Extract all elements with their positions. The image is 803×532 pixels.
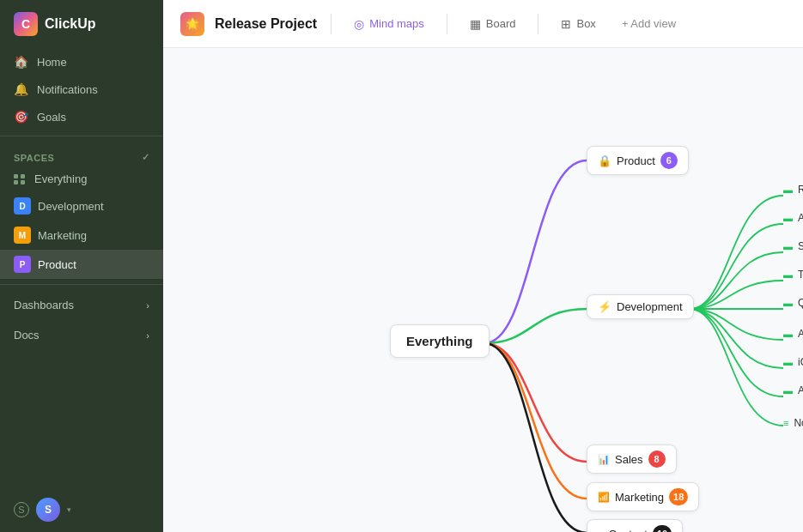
check-icon: ✓ (142, 152, 150, 163)
sidebar-item-development[interactable]: D Development (0, 191, 163, 221)
folder-icon: ▬ (783, 385, 793, 396)
bell-icon: 🔔 (14, 82, 28, 96)
topbar-divider3 (538, 14, 538, 34)
user-avatar: S (36, 498, 60, 522)
tab-label: Mind maps (369, 17, 424, 30)
tab-mindmaps[interactable]: ◎ Mind maps (345, 12, 433, 36)
sidebar-item-label: Notifications (37, 83, 98, 96)
leaf-label: Sprints (798, 240, 803, 252)
development-avatar: D (14, 197, 31, 215)
development-node[interactable]: ⚡ Development (587, 294, 694, 319)
notes-node[interactable]: ≡ Notes 3 (783, 414, 803, 432)
sidebar-item-everything[interactable]: Everything (0, 166, 163, 191)
folder-icon: ▬ (783, 298, 793, 308)
spaces-section: Spaces ✓ (0, 142, 163, 166)
product-avatar: P (14, 256, 31, 273)
sales-icon: 📊 (598, 454, 610, 465)
topbar-divider2 (447, 14, 447, 34)
sidebar-item-marketing[interactable]: M Marketing (0, 221, 163, 250)
notes-icon: ≡ (783, 418, 788, 428)
node-label: Product (617, 154, 655, 167)
marketing-badge: 18 (669, 488, 688, 505)
sidebar: C ClickUp 🏠 Home 🔔 Notifications 🎯 Goals… (0, 0, 163, 532)
sidebar-item-docs[interactable]: Docs › (0, 320, 163, 350)
roadmap-node[interactable]: ▬ Roadmap 11 (783, 181, 803, 198)
android-node[interactable]: ▬ Android 4 (783, 382, 803, 399)
node-label: Development (617, 300, 683, 313)
node-label: Content (608, 528, 648, 533)
dropdown-icon: ▾ (67, 505, 71, 514)
marketing-node[interactable]: 📶 Marketing 18 (587, 482, 699, 511)
dashboards-label: Dashboards (14, 299, 74, 311)
sales-badge: 8 (648, 450, 666, 468)
leaf-label: Roadmap (798, 184, 803, 196)
sidebar-item-home[interactable]: 🏠 Home (0, 48, 163, 76)
topbar-divider (331, 14, 332, 34)
sprints-node[interactable]: ▬ Sprints 11 (783, 238, 803, 255)
home-icon: 🏠 (14, 55, 28, 69)
chevron-right-icon: › (146, 330, 149, 341)
project-icon: 🌟 (180, 12, 204, 36)
leaf-label: Automation (798, 212, 803, 224)
spaces-list: Everything D Development M Marketing P P… (0, 166, 163, 279)
leaf-label: Tooling (798, 269, 803, 281)
board-tab-icon: ▦ (470, 17, 481, 31)
app-logo[interactable]: C ClickUp (0, 0, 163, 48)
leaf-label: Android (798, 384, 803, 396)
tooling-node[interactable]: ▬ Tooling 5 (783, 266, 803, 283)
tab-box[interactable]: ⊞ Box (552, 12, 604, 36)
lightning-icon: ⚡ (598, 300, 611, 313)
space-label: Marketing (38, 229, 87, 242)
sales-node[interactable]: 📊 Sales 8 (587, 444, 677, 474)
folder-icon: ▬ (783, 241, 793, 251)
logo-icon: C (14, 12, 38, 36)
content-node[interactable]: ≡ Content 10 (587, 519, 683, 532)
root-node[interactable]: Everything (390, 324, 490, 358)
leaf-label: Analytics (798, 328, 803, 340)
ios-node[interactable]: ▬ iOS 1 (783, 354, 803, 371)
analytics-node[interactable]: ▬ Analytics 5 (783, 325, 803, 342)
tab-label: Box (576, 17, 595, 30)
app-name: ClickUp (45, 16, 96, 32)
leaf-label: iOS (798, 356, 803, 368)
sidebar-item-goals[interactable]: 🎯 Goals (0, 103, 163, 130)
leaf-label: QA (798, 297, 803, 309)
folder-icon: ▬ (783, 357, 793, 367)
add-view-label: + Add view (622, 17, 676, 30)
root-label: Everything (406, 334, 473, 348)
user-profile[interactable]: S S ▾ (0, 487, 163, 532)
wifi-icon: 📶 (598, 492, 610, 503)
space-label: Product (38, 258, 76, 271)
space-label: Everything (34, 172, 87, 185)
folder-icon: ▬ (783, 184, 793, 195)
sidebar-item-product[interactable]: P Product (0, 250, 163, 279)
leaf-label: Notes (794, 417, 803, 429)
sidebar-item-label: Home (37, 56, 67, 69)
product-node[interactable]: 🔒 Product 6 (587, 146, 689, 175)
chevron-right-icon: › (146, 300, 149, 311)
content-badge: 10 (653, 525, 672, 532)
product-badge: 6 (660, 152, 678, 169)
docs-label: Docs (14, 329, 40, 342)
space-label: Development (38, 200, 104, 213)
lock-icon: 🔒 (598, 154, 611, 167)
automation-node[interactable]: ▬ Automation 6 (783, 209, 803, 227)
sidebar-item-dashboards[interactable]: Dashboards › (0, 290, 163, 320)
tab-label: Board (486, 17, 516, 30)
folder-icon: ▬ (783, 329, 793, 339)
node-label: Marketing (615, 491, 664, 504)
folder-icon: ▬ (783, 269, 793, 280)
project-title: Release Project (215, 16, 317, 32)
goals-icon: 🎯 (14, 110, 28, 124)
folder-icon: ▬ (783, 213, 793, 223)
sidebar-item-label: Goals (37, 111, 66, 124)
mindmap-area: Everything 🔒 Product 6 ⚡ Development 📊 S… (163, 48, 803, 532)
tab-board[interactable]: ▦ Board (461, 12, 525, 36)
mindmap-tab-icon: ◎ (354, 17, 364, 31)
qa-node[interactable]: ▬ QA 11 (783, 294, 803, 311)
main-content: 🌟 Release Project ◎ Mind maps ▦ Board ⊞ … (163, 0, 803, 532)
node-label: Sales (615, 453, 643, 466)
user-initial-icon: S (14, 502, 29, 517)
add-view-button[interactable]: + Add view (615, 12, 683, 35)
sidebar-item-notifications[interactable]: 🔔 Notifications (0, 76, 163, 103)
